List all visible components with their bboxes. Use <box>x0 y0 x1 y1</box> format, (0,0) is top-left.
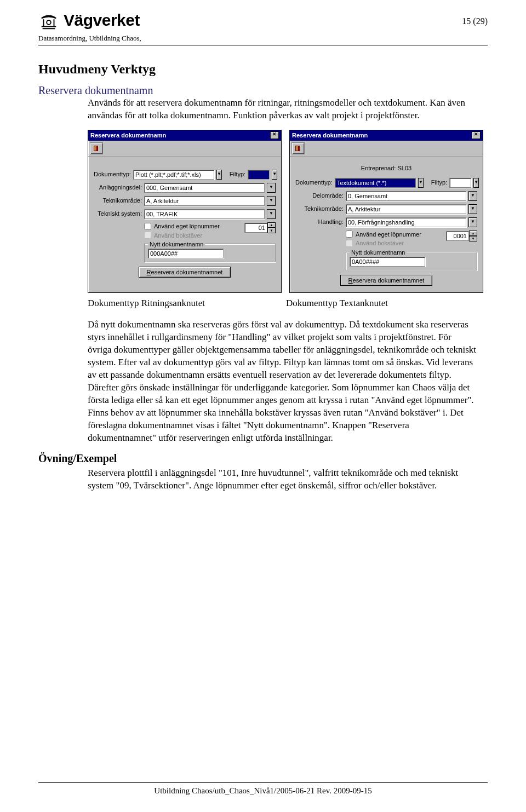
svg-rect-2 <box>94 146 96 151</box>
svg-rect-4 <box>296 146 298 151</box>
label-dokumenttyp: Dokumenttyp: <box>295 178 333 187</box>
label-delomrade: Delområde: <box>295 192 344 200</box>
anlaggningsdel-select[interactable]: 000, Gemensamt <box>144 183 265 193</box>
group-new-name: Nytt dokumentnamn 000A00## <box>144 244 276 262</box>
chevron-down-icon[interactable]: ▼ <box>267 196 276 206</box>
chevron-down-icon[interactable]: ▼ <box>473 178 479 188</box>
chevron-down-icon[interactable]: ▼ <box>468 217 477 227</box>
group-legend: Nytt dokumentnamn <box>350 249 407 257</box>
label-anlaggningsdel: Anläggningsdel: <box>94 183 142 192</box>
chevron-down-icon[interactable]: ▼ <box>468 204 477 214</box>
door-icon[interactable] <box>291 142 305 154</box>
label-filtyp: Filtyp: <box>230 170 245 178</box>
reserve-button[interactable]: Reservera dokumentnamnet <box>340 275 433 286</box>
section-heading: Huvudmeny Verktyg <box>38 62 488 77</box>
handling-select[interactable]: 00, Förfrågningshandling <box>346 217 466 227</box>
lopnummer-input[interactable]: 0001 <box>446 231 469 241</box>
checkbox-own-number[interactable]: Använd eget löpnummer <box>144 222 242 231</box>
checkbox-own-number[interactable]: Använd eget löpnummer <box>346 231 444 239</box>
chevron-down-icon[interactable]: ▼ <box>468 191 477 201</box>
dialog-a-title: Reservera dokumentnamn <box>90 131 166 140</box>
intro-paragraph: Används för att reservera dokumentnamn f… <box>88 97 477 122</box>
reserve-button[interactable]: Reservera dokumentnamnet <box>139 267 231 278</box>
body-main-paragraph: Då nytt dokumentnamn ska reserveras görs… <box>88 319 477 444</box>
spin-down-icon[interactable]: ▼ <box>469 236 477 241</box>
new-name-field[interactable]: 0A00#### <box>350 257 425 267</box>
label-dokumenttyp: Dokumenttyp: <box>94 170 131 178</box>
spin-down-icon[interactable]: ▼ <box>267 228 276 233</box>
dokumenttyp-select[interactable]: Textdokument (*.*) <box>335 178 416 188</box>
item-heading: Reservera dokumentnamn <box>38 84 488 97</box>
subheader-line: Datasamordning, Utbildning Chaos, <box>38 34 488 45</box>
spin-up-icon[interactable]: ▲ <box>469 231 477 236</box>
footer-line: Utbildning Chaos/utb_Chaos_Nivå1/2005-06… <box>38 782 488 796</box>
dialog-b-title: Reservera dokumentnamn <box>292 131 368 140</box>
checkbox-use-letters: Använd bokstäver <box>346 239 444 247</box>
chevron-down-icon[interactable]: ▼ <box>272 170 277 180</box>
page-number: 15 (29) <box>462 11 488 26</box>
exempel-heading: Övning/Exempel <box>38 452 488 465</box>
dialog-ritning: Reservera dokumentnamn ✕ Dokumenttyp: Pl… <box>88 130 282 293</box>
lopnummer-input[interactable]: 01 <box>244 223 267 233</box>
group-new-name: Nytt dokumentnamn 0A00#### <box>346 252 477 270</box>
dokumenttyp-select[interactable]: Plott (*.plt;*.pdf;*.tif;*.xls) <box>133 170 214 180</box>
label-tekniskt-system: Tekniskt system: <box>94 210 142 218</box>
label-teknikomrade: Teknikområde: <box>94 197 142 205</box>
group-legend: Nytt dokumentnamn <box>148 240 205 249</box>
teknikomrade-select[interactable]: A, Arkitektur <box>144 196 265 206</box>
entreprenad-label: Entreprenad: SL03 <box>295 164 477 172</box>
door-icon[interactable] <box>90 142 103 154</box>
svg-point-0 <box>47 20 51 25</box>
chevron-down-icon[interactable]: ▼ <box>267 209 276 219</box>
brand-text: Vägverket <box>64 11 140 30</box>
caption-left: Dokumenttyp Ritningsanknutet <box>88 297 278 310</box>
close-icon[interactable]: ✕ <box>270 131 279 139</box>
close-icon[interactable]: ✕ <box>472 131 481 139</box>
filtyp-select[interactable] <box>248 170 270 180</box>
checkbox-use-letters: Använd bokstäver <box>144 232 242 240</box>
label-handling: Handling: <box>295 218 344 226</box>
exempel-text: Reservera plottfil i anläggningsdel "101… <box>88 467 477 492</box>
dialog-text: Reservera dokumentnamn ✕ Entreprenad: SL… <box>289 130 483 293</box>
tekniskt-system-select[interactable]: 00, TRAFIK <box>144 209 265 219</box>
chevron-down-icon[interactable]: ▼ <box>267 183 276 193</box>
delomrade-select[interactable]: 0, Gemensamt <box>346 191 466 201</box>
teknikomrade-select[interactable]: A, Arkitektur <box>346 204 466 214</box>
label-teknikomrade: Teknikområde: <box>295 205 344 213</box>
chevron-down-icon[interactable]: ▼ <box>418 178 424 188</box>
chevron-down-icon[interactable]: ▼ <box>216 170 222 180</box>
vagverket-logo-icon <box>38 11 59 32</box>
page-header: Vägverket 15 (29) <box>38 11 488 32</box>
new-name-field[interactable]: 000A00## <box>148 249 224 258</box>
caption-right: Dokumenttyp Textanknutet <box>286 297 477 310</box>
spin-up-icon[interactable]: ▲ <box>267 222 276 228</box>
filtyp-select[interactable] <box>449 178 471 188</box>
label-filtyp: Filtyp: <box>431 178 447 187</box>
